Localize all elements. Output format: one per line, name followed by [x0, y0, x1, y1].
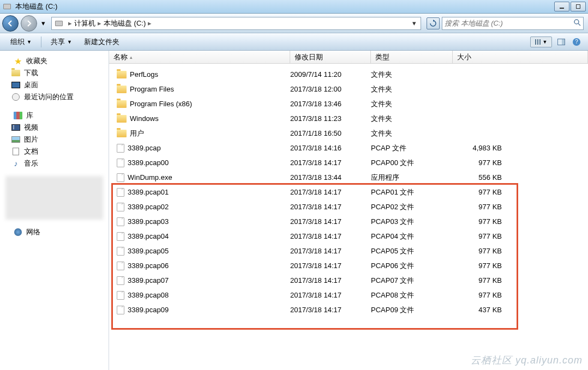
search-input[interactable] — [445, 19, 573, 27]
sidebar-favorites-header[interactable]: ★ 收藏夹 — [0, 55, 109, 67]
file-date: 2017/3/18 14:17 — [290, 276, 371, 284]
address-dropdown[interactable]: ▾ — [410, 19, 418, 27]
file-size: 977 KB — [453, 159, 513, 167]
back-button[interactable] — [2, 15, 19, 32]
file-row[interactable]: 3389.pcap052017/3/18 14:17PCAP05 文件977 K… — [109, 244, 588, 258]
column-header-type[interactable]: 类型 — [371, 51, 453, 63]
file-type: PCAP 文件 — [371, 143, 453, 153]
help-button[interactable]: ? — [571, 37, 583, 47]
file-type: PCAP04 文件 — [371, 232, 453, 241]
file-type: PCAP09 文件 — [371, 305, 453, 315]
preview-pane-button[interactable] — [555, 37, 567, 47]
file-size: 437 KB — [453, 306, 513, 314]
file-row[interactable]: 3389.pcap092017/3/18 14:17PCAP09 文件437 K… — [109, 302, 588, 317]
chevron-right-icon[interactable]: ▸ — [67, 19, 73, 27]
file-name: 3389.pcap05 — [128, 247, 169, 255]
file-row[interactable]: Program Files2017/3/18 12:00文件夹 — [109, 82, 588, 96]
network-icon — [13, 228, 23, 236]
file-date: 2017/3/18 13:46 — [290, 100, 371, 108]
file-date: 2009/7/14 11:20 — [290, 70, 371, 78]
file-size: 977 KB — [453, 203, 513, 211]
sidebar-item-label: 图片 — [24, 135, 38, 144]
sidebar-item-label: 下载 — [24, 68, 38, 78]
sidebar-item-documents[interactable]: 文档 — [0, 145, 109, 157]
command-toolbar: 组织 ▼ 共享 ▼ 新建文件夹 ▼ ? — [0, 33, 588, 51]
file-row[interactable]: 3389.pcap032017/3/18 14:17PCAP03 文件977 K… — [109, 214, 588, 229]
file-row[interactable]: Windows2017/3/18 11:23文件夹 — [109, 111, 588, 126]
file-row[interactable]: 3389.pcap062017/3/18 14:17PCAP06 文件977 K… — [109, 258, 588, 273]
minimize-button[interactable] — [554, 2, 569, 11]
file-row[interactable]: 3389.pcap072017/3/18 14:17PCAP07 文件977 K… — [109, 273, 588, 288]
picture-icon — [11, 135, 21, 144]
document-icon — [11, 147, 21, 156]
share-button[interactable]: 共享 ▼ — [46, 35, 77, 49]
file-row[interactable]: 3389.pcap082017/3/18 14:17PCAP08 文件977 K… — [109, 288, 588, 302]
library-icon — [13, 111, 23, 120]
file-row[interactable]: 3389.pcap012017/3/18 14:17PCAP01 文件977 K… — [109, 185, 588, 199]
address-bar[interactable]: ▸ 计算机 ▸ 本地磁盘 (C:) ▸ ▾ — [51, 17, 421, 30]
sidebar-item-recent[interactable]: 最近访问的位置 — [0, 91, 109, 103]
search-box[interactable] — [442, 17, 584, 30]
sidebar-item-pictures[interactable]: 图片 — [0, 134, 109, 145]
column-header-size[interactable]: 大小 — [453, 51, 588, 63]
file-name: PerfLogs — [130, 70, 158, 78]
file-type: 文件夹 — [371, 70, 453, 80]
folder-icon — [117, 86, 127, 93]
file-icon — [117, 173, 124, 182]
file-row[interactable]: 3389.pcap002017/3/18 14:17PCAP00 文件977 K… — [109, 155, 588, 170]
navigation-pane: ★ 收藏夹 下载 桌面 最近访问的位置 库 — [0, 51, 109, 370]
sidebar-item-desktop[interactable]: 桌面 — [0, 79, 109, 91]
file-icon — [117, 159, 124, 167]
breadcrumb-drive[interactable]: 本地磁盘 (C:) — [104, 19, 146, 28]
file-icon — [117, 291, 124, 300]
music-icon: ♪ — [11, 159, 21, 168]
sidebar-item-music[interactable]: ♪ 音乐 — [0, 157, 109, 169]
file-row[interactable]: 3389.pcap022017/3/18 14:17PCAP02 文件977 K… — [109, 199, 588, 214]
sidebar-item-videos[interactable]: 视频 — [0, 122, 109, 134]
history-dropdown[interactable]: ▾ — [39, 15, 47, 32]
file-date: 2017/3/18 14:17 — [290, 291, 371, 299]
file-type: PCAP08 文件 — [371, 290, 453, 300]
column-header-name[interactable]: 名称 ▴ — [109, 51, 290, 63]
file-icon — [117, 188, 124, 197]
drive-icon — [54, 19, 64, 28]
view-options[interactable]: ▼ — [530, 37, 552, 47]
file-name: 3389.pcap08 — [128, 291, 169, 299]
search-icon — [573, 19, 581, 28]
file-row[interactable]: Program Files (x86)2017/3/18 13:46文件夹 — [109, 96, 588, 111]
breadcrumb-computer[interactable]: 计算机 — [74, 19, 95, 28]
file-row[interactable]: PerfLogs2009/7/14 11:20文件夹 — [109, 67, 588, 82]
file-name: 用户 — [130, 129, 144, 138]
file-row[interactable]: 3389.pcap2017/3/18 14:16PCAP 文件4,983 KB — [109, 141, 588, 155]
folder-icon — [117, 115, 127, 123]
svg-point-0 — [574, 20, 579, 24]
column-label: 名称 — [113, 52, 128, 62]
newfolder-button[interactable]: 新建文件夹 — [79, 35, 124, 49]
sidebar-libraries-header[interactable]: 库 — [0, 110, 109, 122]
file-row[interactable]: 3389.pcap042017/3/18 14:17PCAP04 文件977 K… — [109, 229, 588, 244]
sidebar-item-label: 桌面 — [24, 80, 38, 90]
chevron-right-icon[interactable]: ▸ — [147, 19, 153, 27]
star-icon: ★ — [13, 57, 23, 65]
file-row[interactable]: 用户2017/1/18 16:50文件夹 — [109, 126, 588, 141]
forward-button[interactable] — [21, 15, 37, 32]
file-name: Windows — [130, 114, 159, 123]
column-header-date[interactable]: 修改日期 — [290, 51, 371, 63]
organize-button[interactable]: 组织 ▼ — [5, 35, 37, 49]
refresh-button[interactable] — [427, 17, 440, 29]
file-type: PCAP00 文件 — [371, 158, 453, 168]
file-icon — [117, 306, 124, 314]
file-icon — [117, 232, 124, 241]
maximize-button[interactable] — [571, 2, 586, 11]
file-type: PCAP02 文件 — [371, 202, 453, 212]
file-type: 文件夹 — [371, 129, 453, 138]
file-row[interactable]: WinDump.exe2017/3/18 13:44应用程序556 KB — [109, 170, 588, 185]
breadcrumb: ▸ 计算机 ▸ 本地磁盘 (C:) ▸ — [67, 19, 407, 28]
sidebar-item-downloads[interactable]: 下载 — [0, 67, 109, 79]
file-size: 977 KB — [453, 291, 513, 299]
chevron-right-icon[interactable]: ▸ — [97, 19, 103, 27]
file-list-pane: 名称 ▴ 修改日期 类型 大小 PerfLogs2009/7/14 11:20文… — [109, 51, 588, 370]
file-date: 2017/3/18 14:17 — [290, 217, 371, 226]
sort-indicator-icon: ▴ — [130, 54, 133, 60]
sidebar-network-header[interactable]: 网络 — [0, 226, 109, 238]
